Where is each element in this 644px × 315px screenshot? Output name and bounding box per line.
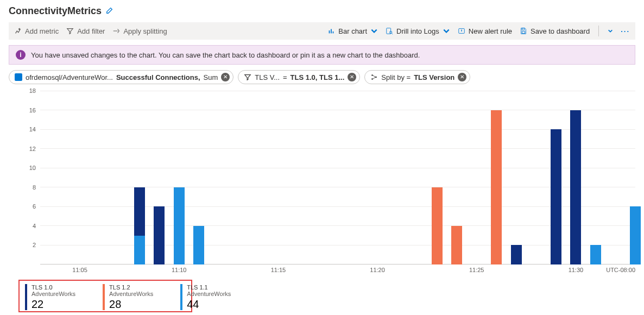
bar[interactable]	[491, 110, 502, 264]
filter-icon	[244, 73, 251, 81]
y-tick: 4	[33, 223, 36, 229]
split-value: TLS Version	[414, 73, 454, 81]
bar[interactable]	[134, 236, 145, 264]
new-alert-button[interactable]: New alert rule	[458, 27, 512, 35]
add-metric-label: Add metric	[25, 27, 59, 35]
edit-icon[interactable]	[106, 7, 113, 16]
page-title: ConnectivityMetrics	[9, 5, 102, 17]
x-tick: 11:10	[172, 267, 187, 273]
y-tick: 12	[29, 146, 36, 152]
close-icon[interactable]: ✕	[458, 73, 466, 81]
legend-series-name: TLS 1.1	[187, 284, 231, 291]
metric-agg: Sum	[204, 73, 218, 81]
y-tick: 2	[33, 242, 36, 248]
separator	[598, 26, 599, 36]
legend-series-total: 28	[109, 298, 153, 310]
apply-splitting-button[interactable]: Apply splitting	[112, 27, 167, 35]
split-label: Split by =	[381, 73, 411, 81]
legend-swatch	[103, 284, 105, 310]
legend-series-sub: AdventureWorks	[109, 291, 153, 297]
chart-type-label: Bar chart	[338, 27, 367, 35]
legend-item[interactable]: TLS 1.1AdventureWorks44	[180, 284, 231, 310]
legend-swatch	[25, 284, 27, 310]
y-tick: 16	[29, 107, 36, 114]
y-tick: 14	[29, 126, 36, 133]
x-tick: 11:15	[271, 267, 286, 273]
svg-rect-2	[333, 32, 334, 34]
bar[interactable]	[570, 110, 581, 264]
split-icon	[370, 73, 378, 81]
y-tick: 10	[29, 165, 36, 171]
filter-value: TLS 1.0, TLS 1...	[291, 73, 345, 81]
bar[interactable]	[590, 245, 601, 264]
legend-box: TLS 1.0AdventureWorks22TLS 1.2AdventureW…	[18, 280, 192, 312]
x-tick: 11:05	[72, 267, 87, 273]
more-button[interactable]: ···	[621, 27, 630, 35]
timezone-label: UTC-08:00	[606, 267, 635, 273]
bar[interactable]	[154, 206, 165, 264]
bar[interactable]	[174, 187, 185, 264]
add-metric-button[interactable]: Add metric	[14, 27, 59, 35]
close-icon[interactable]: ✕	[348, 73, 356, 81]
bar[interactable]	[432, 187, 443, 264]
svg-rect-0	[329, 30, 330, 33]
svg-rect-1	[331, 29, 332, 34]
bar[interactable]	[551, 129, 561, 264]
toolbar: Add metric Add filter Apply splitting Ba…	[9, 22, 635, 40]
drill-logs-button[interactable]: Drill into Logs	[386, 27, 450, 35]
chart-area: 24681012141618 UTC-08:00 11:0511:1011:15…	[25, 91, 635, 275]
x-axis: UTC-08:00 11:0511:1011:1511:2011:2511:30	[40, 266, 635, 275]
save-dashboard-button[interactable]: Save to dashboard	[520, 27, 590, 35]
x-tick: 11:30	[569, 267, 584, 273]
legend-item[interactable]: TLS 1.2AdventureWorks28	[103, 284, 153, 310]
filter-label: TLS V...	[255, 73, 280, 81]
apply-splitting-label: Apply splitting	[123, 27, 167, 35]
y-axis: 24681012141618	[25, 91, 38, 264]
metric-name: Successful Connections,	[116, 73, 200, 81]
svg-rect-3	[387, 28, 391, 34]
close-icon[interactable]: ✕	[221, 73, 230, 81]
bar[interactable]	[630, 206, 641, 264]
metric-scope: ofrdemosql/AdventureWor...	[26, 73, 113, 81]
drill-logs-label: Drill into Logs	[396, 27, 439, 35]
x-tick: 11:20	[370, 267, 385, 273]
info-icon: i	[16, 50, 26, 60]
bars	[40, 91, 635, 264]
add-filter-button[interactable]: Add filter	[66, 27, 105, 35]
legend-series-total: 22	[31, 298, 75, 310]
legend-series-name: TLS 1.0	[31, 284, 75, 291]
chart-type-button[interactable]: Bar chart	[327, 27, 378, 35]
bar[interactable]	[451, 226, 462, 264]
new-alert-label: New alert rule	[469, 27, 512, 35]
legend-series-sub: AdventureWorks	[31, 291, 75, 297]
filter-pill[interactable]: TLS V... = TLS 1.0, TLS 1... ✕	[238, 70, 360, 84]
save-dashboard-label: Save to dashboard	[531, 27, 590, 35]
chevron-down-icon[interactable]	[608, 28, 613, 34]
bar[interactable]	[193, 226, 204, 264]
pill-row: ofrdemosql/AdventureWor... Successful Co…	[9, 70, 635, 84]
bar[interactable]	[511, 245, 522, 264]
filter-eq: =	[283, 73, 287, 81]
legend-series-sub: AdventureWorks	[187, 291, 231, 297]
legend-series-name: TLS 1.2	[109, 284, 153, 291]
metric-pill[interactable]: ofrdemosql/AdventureWor... Successful Co…	[9, 70, 233, 84]
legend-series-total: 44	[187, 298, 231, 310]
svg-rect-7	[522, 28, 524, 30]
unsaved-banner: i You have unsaved changes to the chart.…	[9, 45, 635, 65]
y-tick: 6	[33, 203, 36, 210]
svg-rect-6	[522, 32, 525, 34]
add-filter-label: Add filter	[77, 27, 105, 35]
legend-swatch	[180, 284, 182, 310]
y-tick: 18	[29, 87, 36, 94]
legend-item[interactable]: TLS 1.0AdventureWorks22	[25, 284, 75, 310]
banner-text: You have unsaved changes to the chart. Y…	[31, 51, 420, 59]
resource-icon	[15, 73, 22, 81]
y-tick: 8	[33, 184, 36, 191]
x-tick: 11:25	[469, 267, 484, 273]
splitby-pill[interactable]: Split by = TLS Version ✕	[364, 70, 470, 84]
